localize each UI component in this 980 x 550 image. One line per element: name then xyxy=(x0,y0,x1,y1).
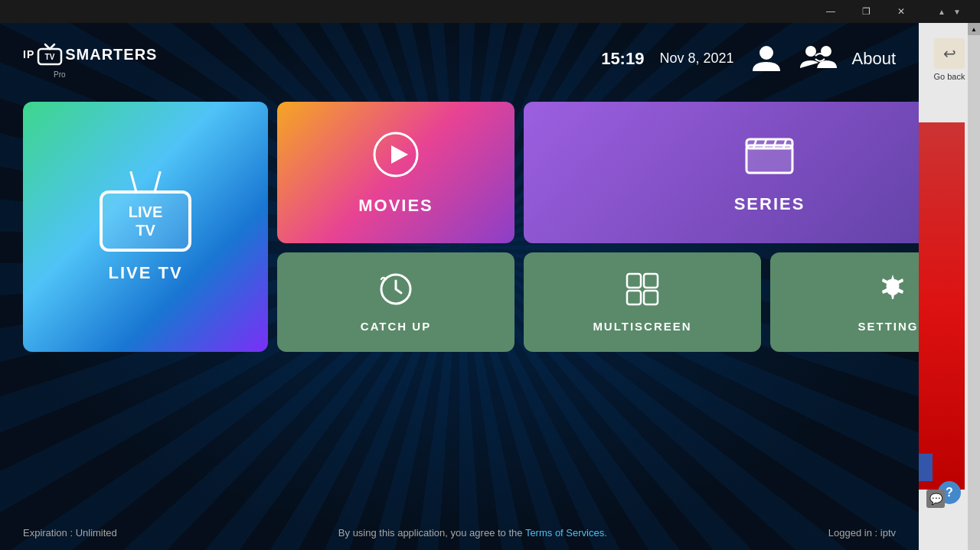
settings-label: SETTINGS xyxy=(858,320,919,333)
sidebar-scrollbar[interactable]: ▲ ▼ xyxy=(968,23,980,550)
svg-rect-16 xyxy=(627,274,641,288)
multiscreen-card[interactable]: MULTISCREEN xyxy=(524,252,761,352)
logo-smarters-text: SMARTERS xyxy=(65,46,157,63)
header: IP TV SMARTERS Pro xyxy=(23,38,896,79)
catchup-icon xyxy=(378,272,413,314)
date-display: Nov 8, 2021 xyxy=(659,50,733,67)
sidebar-panel: ▲ ▼ ↩ Go back ▲ ▼ ? 💬 xyxy=(919,0,980,550)
live-tv-card[interactable]: LIVETV LIVE TV xyxy=(23,102,268,352)
gear-icon xyxy=(875,272,910,314)
restore-button[interactable]: ❐ xyxy=(848,0,884,23)
catch-up-card[interactable]: CATCH UP xyxy=(277,252,514,352)
sidebar-blue-indicator xyxy=(919,454,933,481)
card-grid: LIVETV LIVE TV MOVIES xyxy=(23,102,896,352)
switch-user-icon[interactable] xyxy=(799,41,837,77)
settings-card[interactable]: SETTINGS xyxy=(770,252,919,352)
terms-text: By using this application, you agree to … xyxy=(338,527,607,539)
svg-rect-19 xyxy=(644,291,658,304)
close-button[interactable]: ✕ xyxy=(884,0,919,23)
time-display: 15:19 xyxy=(601,49,644,69)
svg-rect-17 xyxy=(644,274,658,288)
series-card[interactable]: SERIES xyxy=(524,102,919,243)
logo-tv-icon: TV xyxy=(35,38,64,67)
multiscreen-icon xyxy=(625,272,660,314)
series-label: SERIES xyxy=(734,194,805,214)
go-back-button[interactable]: ↩ Go back xyxy=(934,38,965,81)
user-icon[interactable] xyxy=(750,41,783,77)
terms-link[interactable]: Terms of Services. xyxy=(525,527,607,539)
live-tv-label: LIVE TV xyxy=(108,263,182,283)
logo-ip-text: IP xyxy=(23,48,34,60)
footer: Expiration : Unlimited By using this app… xyxy=(23,527,896,539)
expiration-text: Expiration : Unlimited xyxy=(23,527,117,539)
svg-rect-18 xyxy=(627,291,641,304)
scroll-up-arrow[interactable]: ▲ xyxy=(968,23,980,35)
go-back-label: Go back xyxy=(934,72,965,81)
sidebar-red-section xyxy=(919,122,965,490)
about-button[interactable]: About xyxy=(852,49,897,69)
play-circle-icon xyxy=(371,130,420,188)
svg-marker-8 xyxy=(391,145,408,164)
svg-point-4 xyxy=(760,46,773,60)
sidebar-ctrl-up[interactable]: ▲ xyxy=(936,5,948,18)
clapperboard-icon xyxy=(743,132,796,187)
svg-point-5 xyxy=(805,46,816,57)
logged-in-text: Logged in : iptv xyxy=(828,527,896,539)
logo-pro-text: Pro xyxy=(54,70,66,79)
title-bar: — ❐ ✕ xyxy=(0,0,919,23)
minimize-button[interactable]: — xyxy=(813,0,848,23)
logo: IP TV SMARTERS Pro xyxy=(23,38,157,79)
sidebar-top-bar: ▲ ▼ xyxy=(919,0,980,23)
go-back-icon: ↩ xyxy=(934,38,965,69)
sidebar-ctrl-down[interactable]: ▼ xyxy=(951,5,963,18)
movies-card[interactable]: MOVIES xyxy=(277,102,514,243)
header-right: 15:19 Nov 8, 2021 xyxy=(601,41,896,77)
live-tv-screen-text: LIVETV xyxy=(129,203,162,239)
live-tv-icon: LIVETV xyxy=(100,171,191,252)
main-content: IP TV SMARTERS Pro xyxy=(0,23,919,550)
movies-label: MOVIES xyxy=(358,196,433,216)
svg-text:TV: TV xyxy=(45,53,55,61)
catchup-label: CATCH UP xyxy=(361,320,431,333)
notification-icon[interactable]: 💬 xyxy=(926,490,945,508)
multiscreen-label: MULTISCREEN xyxy=(593,320,691,333)
